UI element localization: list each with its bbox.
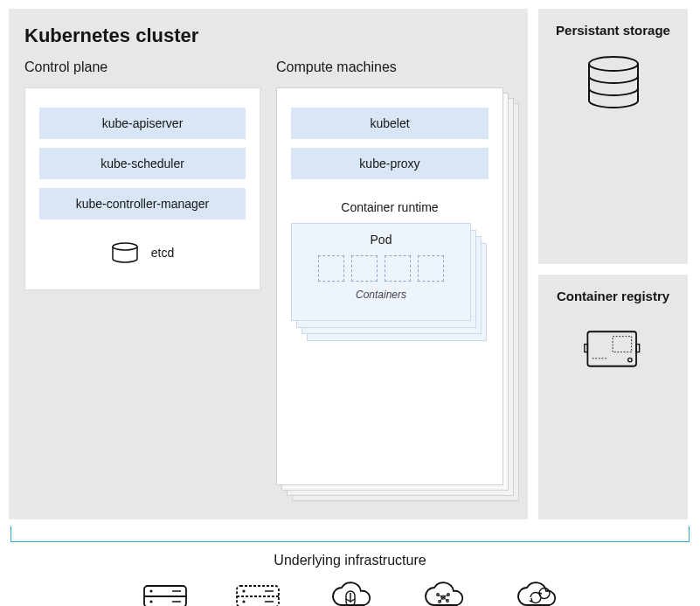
- svg-point-1: [589, 57, 638, 71]
- svg-rect-3: [613, 336, 632, 352]
- infra-item-private: Private: [326, 581, 375, 606]
- svg-rect-6: [636, 344, 640, 352]
- container-row: [302, 255, 460, 282]
- cluster-title: Kubernetes cluster: [24, 24, 512, 47]
- database-icon: [111, 242, 139, 263]
- control-plane-column: Control plane kube-apiserver kube-schedu…: [24, 59, 260, 498]
- pod-stack: Pod Containers: [291, 223, 489, 345]
- component-kube-scheduler: kube-scheduler: [39, 148, 246, 179]
- container-registry-panel: Container registry: [538, 275, 688, 519]
- infrastructure-bracket: [10, 526, 690, 542]
- container-runtime-title: Container runtime: [291, 200, 489, 214]
- compute-machine-panel: kubelet kube-proxy Container runtime Pod: [276, 87, 503, 485]
- container-box: [318, 255, 344, 282]
- infra-item-virtual: Virtual: [233, 581, 282, 606]
- component-kube-controller-manager: kube-controller-manager: [39, 188, 246, 219]
- svg-point-0: [113, 243, 137, 250]
- component-kube-apiserver: kube-apiserver: [39, 108, 246, 139]
- pod-title: Pod: [302, 233, 460, 247]
- svg-point-11: [149, 600, 152, 603]
- infrastructure-row: Physical Virtual Private: [9, 581, 691, 606]
- compute-heading: Compute machines: [276, 59, 512, 75]
- infra-item-physical: Physical: [141, 581, 190, 606]
- container-box: [385, 255, 411, 282]
- containers-label: Containers: [302, 289, 460, 301]
- svg-rect-5: [584, 344, 587, 352]
- etcd-row: etcd: [39, 242, 246, 263]
- infra-item-hybrid: Hybrid: [511, 581, 560, 606]
- compute-machines-column: Compute machines kubelet kube-proxy Cont…: [276, 59, 512, 498]
- public-cloud-icon: [419, 581, 468, 606]
- container-box: [418, 255, 444, 282]
- container-box: [351, 255, 378, 282]
- control-plane-panel: kube-apiserver kube-scheduler kube-contr…: [24, 87, 260, 290]
- private-cloud-icon: [326, 581, 375, 606]
- registry-box-icon: [583, 321, 644, 377]
- compute-machine-stack: kubelet kube-proxy Container runtime Pod: [276, 87, 512, 498]
- component-kube-proxy: kube-proxy: [291, 148, 489, 179]
- svg-point-16: [242, 589, 245, 592]
- svg-point-7: [627, 358, 631, 361]
- control-plane-heading: Control plane: [24, 59, 260, 75]
- persistent-storage-title: Persistant storage: [556, 23, 670, 39]
- virtual-server-icon: [233, 581, 282, 606]
- container-runtime-box: Container runtime Pod: [291, 200, 489, 345]
- kubernetes-cluster-panel: Kubernetes cluster Control plane kube-ap…: [9, 9, 528, 519]
- hybrid-cloud-icon: [511, 581, 560, 606]
- infra-item-public: Public: [419, 581, 468, 606]
- component-kubelet: kubelet: [291, 108, 489, 139]
- server-icon: [141, 581, 190, 606]
- svg-point-17: [242, 600, 245, 603]
- pod-panel: Pod Containers: [291, 223, 471, 321]
- container-registry-title: Container registry: [557, 289, 669, 305]
- persistent-storage-panel: Persistant storage: [538, 9, 688, 264]
- infrastructure-title: Underlying infrastructure: [9, 553, 691, 568]
- storage-database-icon: [583, 55, 644, 111]
- etcd-label: etcd: [151, 246, 174, 260]
- svg-point-10: [149, 589, 152, 592]
